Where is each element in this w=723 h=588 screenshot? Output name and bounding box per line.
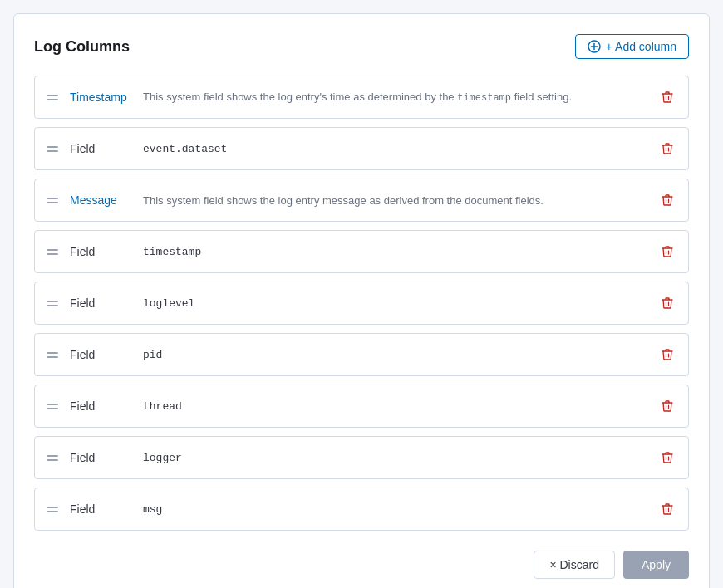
table-row: Fieldmsg	[34, 488, 689, 531]
delete-column-button[interactable]	[658, 243, 676, 260]
drag-handle[interactable]	[47, 95, 58, 100]
delete-column-button[interactable]	[658, 192, 676, 208]
column-value: event.dataset	[136, 143, 650, 155]
table-row: Fieldtimestamp	[34, 230, 689, 273]
apply-button[interactable]: Apply	[623, 551, 689, 579]
column-type-label: Field	[70, 451, 136, 464]
delete-column-button[interactable]	[658, 501, 676, 517]
add-column-button[interactable]: + Add column	[575, 34, 689, 59]
column-value: This system field shows the log entry me…	[136, 194, 650, 207]
trash-icon	[662, 348, 673, 361]
column-type-label: Timestamp	[70, 91, 136, 104]
drag-handle[interactable]	[47, 507, 58, 512]
columns-list: TimestampThis system field shows the log…	[34, 76, 689, 531]
drag-handle[interactable]	[47, 249, 58, 255]
table-row: MessageThis system field shows the log e…	[34, 179, 689, 222]
trash-icon	[662, 296, 673, 310]
trash-icon	[662, 245, 673, 258]
trash-icon	[662, 142, 673, 155]
drag-handle[interactable]	[47, 301, 58, 306]
add-column-label: + Add column	[606, 40, 676, 53]
column-value: timestamp	[136, 246, 650, 258]
apply-label: Apply	[642, 558, 671, 571]
table-row: Fieldlogger	[34, 436, 689, 479]
panel-header: Log Columns + Add column	[34, 34, 689, 59]
delete-column-button[interactable]	[658, 89, 676, 105]
delete-column-button[interactable]	[658, 346, 676, 363]
column-value: msg	[136, 503, 650, 516]
trash-icon	[662, 91, 673, 104]
table-row: Fieldthread	[34, 385, 689, 428]
trash-icon	[662, 502, 673, 516]
drag-handle[interactable]	[47, 146, 58, 152]
delete-column-button[interactable]	[658, 140, 676, 157]
column-value: pid	[136, 349, 650, 361]
column-value: loglevel	[136, 297, 650, 310]
column-type-label: Field	[70, 245, 136, 258]
panel-footer: × Discard Apply	[34, 551, 689, 579]
table-row: Fieldloglevel	[34, 282, 689, 325]
delete-column-button[interactable]	[658, 449, 676, 466]
delete-column-button[interactable]	[658, 398, 676, 414]
discard-button[interactable]: × Discard	[534, 551, 615, 579]
column-type-label: Field	[70, 296, 136, 310]
column-type-label: Field	[70, 399, 136, 413]
log-columns-panel: Log Columns + Add column TimestampThis s…	[13, 13, 710, 588]
delete-column-button[interactable]	[658, 295, 676, 311]
panel-title: Log Columns	[34, 38, 130, 56]
drag-handle[interactable]	[47, 404, 58, 409]
trash-icon	[662, 194, 673, 207]
column-value: logger	[136, 452, 650, 464]
trash-icon	[662, 451, 673, 464]
table-row: Fieldevent.dataset	[34, 127, 689, 170]
trash-icon	[662, 399, 673, 413]
drag-handle[interactable]	[47, 198, 58, 203]
drag-handle[interactable]	[47, 352, 58, 358]
column-type-label: Field	[70, 142, 136, 155]
column-value: This system field shows the log entry's …	[136, 91, 650, 104]
table-row: TimestampThis system field shows the log…	[34, 76, 689, 119]
plus-circle-icon	[588, 40, 601, 53]
column-type-label: Message	[70, 194, 136, 207]
column-type-label: Field	[70, 348, 136, 361]
drag-handle[interactable]	[47, 455, 58, 461]
column-value: thread	[136, 400, 650, 413]
discard-label: × Discard	[549, 558, 599, 571]
column-type-label: Field	[70, 502, 136, 516]
table-row: Fieldpid	[34, 333, 689, 376]
